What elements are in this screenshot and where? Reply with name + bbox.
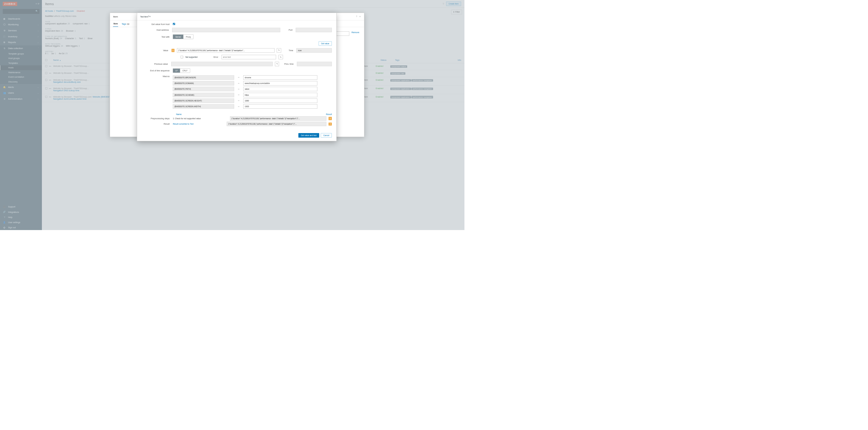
error-input[interactable] (221, 55, 276, 59)
item-modal-title: Item (113, 15, 118, 18)
lbl-time: Time (283, 49, 294, 52)
remove-link[interactable]: Remove (351, 31, 359, 36)
arrow-icon: ⇒ (237, 99, 241, 102)
time-input (296, 48, 332, 53)
gvfh-checkbox[interactable] (173, 23, 176, 26)
close-icon[interactable]: ✕ (359, 15, 361, 18)
lbl-value: Value (142, 49, 169, 52)
macro-value[interactable] (243, 93, 317, 97)
result-converted: Result converted to Text (173, 123, 224, 125)
lbl-gvfh: Get value from host (142, 23, 170, 25)
value-input[interactable] (177, 48, 275, 53)
test-with-proxy[interactable]: Proxy (184, 35, 193, 38)
lbl-port: Port (282, 29, 293, 31)
macro-name (173, 98, 234, 103)
warning-icon: i (172, 49, 175, 52)
pre-col-result: Result (326, 113, 332, 115)
lbl-eol: End of line sequence (142, 70, 170, 72)
macro-value[interactable] (243, 75, 317, 80)
macro-name (173, 81, 234, 86)
lbl-not-supported: Not supported (185, 56, 197, 58)
macro-name (173, 87, 234, 91)
lbl-result: Result (142, 123, 170, 125)
test-with-server[interactable]: Server (173, 35, 184, 38)
arrow-icon: ⇒ (237, 82, 241, 85)
lbl-prev-time: Prev. time (281, 63, 294, 65)
arrow-icon: ⇒ (237, 76, 241, 78)
macro-name (173, 104, 234, 109)
cancel-button[interactable]: Cancel (321, 133, 332, 138)
warning-icon: i (329, 123, 332, 126)
macro-value[interactable] (243, 87, 317, 91)
get-value-and-test-button[interactable]: Get value and test (299, 133, 319, 138)
eol-lf[interactable]: LF (173, 69, 180, 73)
result-value (227, 122, 327, 126)
macro-name (173, 75, 234, 80)
lbl-host-addr: Host address (142, 29, 170, 31)
host-address-input (172, 28, 280, 32)
macro-value[interactable] (243, 81, 317, 86)
edit-icon[interactable]: ✎ (275, 62, 279, 66)
help-icon[interactable]: ? (356, 15, 357, 18)
prev-value-input (171, 62, 273, 66)
eol-segment[interactable]: LF CRLF (173, 68, 190, 73)
tab-tags[interactable]: Tags1 (121, 21, 130, 27)
macro-name (173, 93, 234, 97)
prev-time-input (297, 62, 332, 66)
eol-crlf[interactable]: CRLF (180, 69, 190, 73)
lbl-test-with: Test with (142, 36, 170, 38)
lbl-prev-value: Previous value (142, 63, 169, 65)
tab-item[interactable]: Item (113, 21, 118, 27)
pre-step-name: 1: Check for not supported value (173, 118, 227, 120)
test-item-title: Test item (140, 16, 148, 18)
arrow-icon: ⇒ (237, 105, 241, 108)
edit-icon[interactable]: ✎ (277, 48, 281, 53)
test-with-segment[interactable]: Server Proxy (173, 34, 193, 39)
port-input (296, 28, 332, 32)
lbl-error: Error (200, 56, 219, 58)
get-value-button[interactable]: Get value (318, 41, 332, 46)
macro-value[interactable] (243, 104, 317, 109)
macro-value[interactable] (243, 98, 317, 103)
edit-icon[interactable]: ✎ (278, 55, 283, 59)
lbl-pre-steps: Preprocessing steps (142, 118, 170, 120)
pre-step-result (230, 116, 327, 121)
warning-icon: i (329, 117, 332, 120)
not-supported-checkbox[interactable] (181, 56, 183, 58)
close-icon[interactable]: ✕ (149, 15, 151, 18)
pre-col-name: Name (176, 113, 227, 115)
lbl-macros: Macros (142, 75, 170, 77)
test-item-modal: Test item ?✕ Get value from host Host ad… (137, 13, 337, 141)
arrow-icon: ⇒ (237, 94, 241, 96)
arrow-icon: ⇒ (237, 88, 241, 90)
